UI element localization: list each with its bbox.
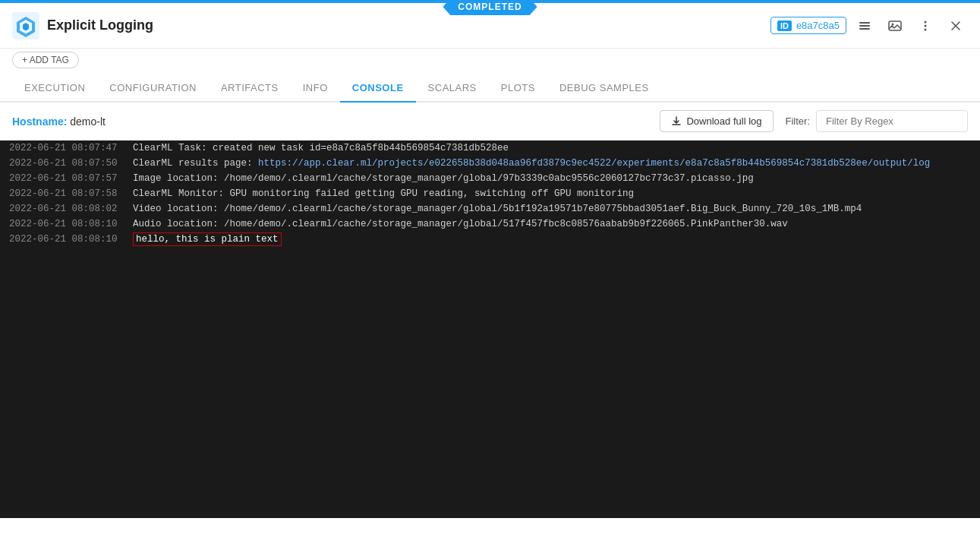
console-toolbar: Hostname: demo-lt Download full log Filt… (0, 103, 980, 141)
tab-configuration[interactable]: CONFIGURATION (97, 74, 209, 103)
task-id-badge: ID e8a7c8a5 (770, 17, 846, 34)
tab-execution[interactable]: EXECUTION (12, 74, 97, 103)
log-message: Image location: /home/demo/.clearml/cach… (133, 173, 980, 184)
log-timestamp: 2022-06-21 08:07:50 (0, 158, 133, 169)
tab-artifacts[interactable]: ARTIFACTS (209, 74, 291, 103)
log-row: 2022-06-21 08:07:47ClearML Task: created… (0, 141, 980, 156)
nav-tabs: EXECUTION CONFIGURATION ARTIFACTS INFO C… (0, 74, 980, 103)
filter-input[interactable] (816, 110, 968, 132)
log-timestamp: 2022-06-21 08:08:10 (0, 234, 133, 245)
svg-point-7 (925, 24, 927, 27)
log-message: Audio location: /home/demo/.clearml/cach… (133, 219, 980, 229)
svg-rect-2 (859, 25, 870, 27)
log-timestamp: 2022-06-21 08:07:47 (0, 143, 133, 153)
log-timestamp: 2022-06-21 08:07:58 (0, 188, 133, 199)
id-label: ID (777, 21, 792, 31)
page-title: Explicit Logging (47, 17, 770, 33)
highlighted-message: hello, this is plain text (133, 232, 282, 246)
log-message: ClearML Monitor: GPU monitoring failed g… (133, 188, 980, 199)
log-row: 2022-06-21 08:08:10hello, this is plain … (0, 232, 980, 247)
svg-rect-3 (859, 28, 870, 30)
tab-console[interactable]: CONSOLE (340, 74, 416, 103)
console-log-area[interactable]: 2022-06-21 08:07:47ClearML Task: created… (0, 141, 980, 518)
close-icon-button[interactable] (944, 14, 968, 38)
log-row: 2022-06-21 08:07:58ClearML Monitor: GPU … (0, 186, 980, 201)
add-tag-button[interactable]: + ADD TAG (12, 52, 79, 68)
svg-point-8 (925, 28, 927, 30)
image-icon-button[interactable] (883, 14, 907, 38)
log-message: ClearML results page: https://app.clear.… (133, 158, 980, 169)
log-row: 2022-06-21 08:07:57Image location: /home… (0, 171, 980, 186)
tab-info[interactable]: INFO (291, 74, 340, 103)
tag-row: + ADD TAG (0, 49, 980, 74)
log-row: 2022-06-21 08:08:02Video location: /home… (0, 201, 980, 216)
download-label: Download full log (686, 115, 761, 127)
svg-point-6 (925, 21, 927, 23)
status-banner: COMPLETED (0, 0, 980, 3)
log-timestamp: 2022-06-21 08:07:57 (0, 173, 133, 184)
log-row: 2022-06-21 08:07:50ClearML results page:… (0, 156, 980, 171)
hostname-label: Hostname: (12, 115, 67, 128)
svg-rect-4 (889, 21, 901, 30)
filter-label: Filter: (786, 115, 811, 127)
log-message: ClearML Task: created new task id=e8a7c8… (133, 143, 980, 153)
queue-icon-button[interactable] (852, 14, 877, 38)
download-log-button[interactable]: Download full log (660, 110, 773, 132)
tab-scalars[interactable]: SCALARS (416, 74, 489, 103)
log-timestamp: 2022-06-21 08:08:02 (0, 204, 133, 214)
header-actions: ID e8a7c8a5 (770, 14, 968, 38)
app-logo (12, 12, 39, 39)
download-icon (671, 116, 682, 127)
tab-plots[interactable]: PLOTS (489, 74, 547, 103)
log-timestamp: 2022-06-21 08:08:10 (0, 219, 133, 229)
log-message: hello, this is plain text (133, 234, 980, 245)
tab-debug-samples[interactable]: DEBUG SAMPLES (547, 74, 661, 103)
log-message: Video location: /home/demo/.clearml/cach… (133, 204, 980, 214)
hostname-display: Hostname: demo-lt (12, 115, 660, 128)
log-row: 2022-06-21 08:08:10Audio location: /home… (0, 216, 980, 232)
completed-badge: COMPLETED (443, 0, 537, 15)
menu-icon-button[interactable] (913, 14, 937, 38)
task-id-value: e8a7c8a5 (796, 20, 840, 31)
hostname-value: demo-lt (70, 115, 106, 128)
svg-rect-1 (859, 22, 870, 24)
log-link[interactable]: https://app.clear.ml/projects/e022658b38… (258, 158, 930, 169)
